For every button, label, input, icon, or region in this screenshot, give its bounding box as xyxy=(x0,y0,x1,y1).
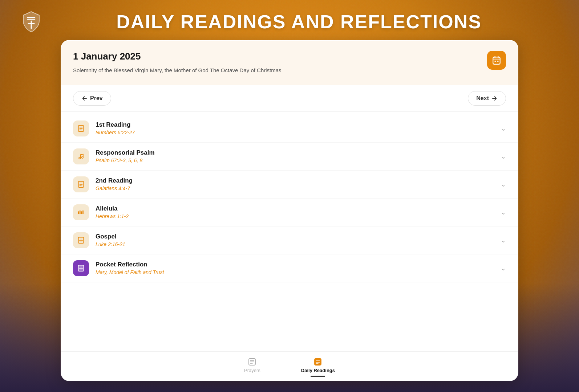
arrow-right-icon xyxy=(491,95,498,102)
readings-list: 1st Reading Numbers 6:22-27 ⌄ Responsori… xyxy=(61,112,518,352)
reading-ref-second-reading: Galatians 4:4-7 xyxy=(96,185,496,191)
reading-title-alleluia: Alleluia xyxy=(96,205,496,212)
main-card: 1 January 2025 Solemnity of the Blessed … xyxy=(61,40,518,381)
reading-icon-alleluia xyxy=(73,204,89,220)
reading-ref-first-reading: Numbers 6:22-27 xyxy=(96,130,496,135)
svg-rect-26 xyxy=(80,210,81,214)
svg-rect-39 xyxy=(315,359,321,365)
svg-rect-9 xyxy=(497,61,498,62)
svg-rect-4 xyxy=(493,57,500,64)
reading-item-second-reading[interactable]: 2nd Reading Galatians 4:4-7 ⌄ xyxy=(61,171,518,199)
bottom-nav-item-prayers[interactable]: Prayers xyxy=(238,356,266,375)
reading-icon-gospel xyxy=(73,232,89,248)
calendar-icon xyxy=(492,56,501,65)
reading-icon-responsorial-psalm xyxy=(73,148,89,164)
chevron-down-icon-pocket-reflection: ⌄ xyxy=(501,264,506,272)
reading-ref-pocket-reflection: Mary, Model of Faith and Trust xyxy=(96,269,496,275)
next-button[interactable]: Next xyxy=(468,91,506,106)
reading-title-pocket-reflection: Pocket Reflection xyxy=(96,261,496,268)
chevron-down-icon-first-reading: ⌄ xyxy=(501,124,506,132)
top-bar: DAILY READINGS AND REFLECTIONS xyxy=(22,11,557,33)
svg-rect-28 xyxy=(82,210,84,214)
reading-ref-responsorial-psalm: Psalm 67:2-3, 5, 6, 8 xyxy=(96,158,496,163)
reading-icon-second-reading xyxy=(73,176,89,192)
chevron-down-icon-alleluia: ⌄ xyxy=(501,208,506,216)
reading-item-first-reading[interactable]: 1st Reading Numbers 6:22-27 ⌄ xyxy=(61,115,518,143)
date-heading: 1 January 2025 xyxy=(73,51,487,62)
bottom-nav: Prayers Daily Readings xyxy=(61,351,518,380)
date-info: 1 January 2025 Solemnity of the Blessed … xyxy=(73,51,487,75)
reading-text-first-reading: 1st Reading Numbers 6:22-27 xyxy=(96,121,496,135)
reading-title-second-reading: 2nd Reading xyxy=(96,177,496,184)
reading-ref-alleluia: Hebrews 1:1-2 xyxy=(96,213,496,219)
svg-line-20 xyxy=(81,154,83,155)
svg-rect-27 xyxy=(81,211,82,214)
bottom-nav-label-daily-readings: Daily Readings xyxy=(301,368,335,373)
bottom-nav-label-prayers: Prayers xyxy=(244,368,260,373)
reading-icon-first-reading xyxy=(73,121,89,136)
date-section: 1 January 2025 Solemnity of the Blessed … xyxy=(61,41,518,85)
reading-text-alleluia: Alleluia Hebrews 1:1-2 xyxy=(96,205,496,219)
chevron-down-icon-responsorial-psalm: ⌄ xyxy=(501,152,506,160)
svg-rect-8 xyxy=(495,61,496,62)
prayers-icon xyxy=(248,358,256,366)
reading-text-gospel: Gospel Luke 2:16-21 xyxy=(96,233,496,247)
reading-item-responsorial-psalm[interactable]: Responsorial Psalm Psalm 67:2-3, 5, 6, 8… xyxy=(61,143,518,171)
nav-row: Prev Next xyxy=(61,85,518,112)
reading-title-gospel: Gospel xyxy=(96,233,496,240)
chevron-down-icon-second-reading: ⌄ xyxy=(501,180,506,188)
prev-button[interactable]: Prev xyxy=(73,91,111,106)
reading-title-first-reading: 1st Reading xyxy=(96,121,496,128)
reading-ref-gospel: Luke 2:16-21 xyxy=(96,241,496,247)
bottom-nav-item-daily-readings[interactable]: Daily Readings xyxy=(295,356,341,375)
page-title: DAILY READINGS AND REFLECTIONS xyxy=(41,11,557,33)
reading-title-responsorial-psalm: Responsorial Psalm xyxy=(96,149,496,156)
chevron-down-icon-gospel: ⌄ xyxy=(501,236,506,244)
arrow-left-icon xyxy=(81,95,88,102)
reading-item-pocket-reflection[interactable]: Pocket Reflection Mary, Model of Faith a… xyxy=(61,254,518,282)
reading-item-alleluia[interactable]: Alleluia Hebrews 1:1-2 ⌄ xyxy=(61,199,518,226)
reading-text-pocket-reflection: Pocket Reflection Mary, Model of Faith a… xyxy=(96,261,496,275)
app-logo xyxy=(22,11,41,33)
daily-readings-icon xyxy=(313,358,322,366)
reading-text-responsorial-psalm: Responsorial Psalm Psalm 67:2-3, 5, 6, 8 xyxy=(96,149,496,163)
reading-text-second-reading: 2nd Reading Galatians 4:4-7 xyxy=(96,177,496,191)
reading-icon-pocket-reflection xyxy=(73,260,89,276)
reading-item-gospel[interactable]: Gospel Luke 2:16-21 ⌄ xyxy=(61,226,518,254)
calendar-button[interactable] xyxy=(487,51,506,70)
date-subtitle: Solemnity of the Blessed Virgin Mary, th… xyxy=(73,66,487,75)
svg-rect-25 xyxy=(78,211,79,214)
